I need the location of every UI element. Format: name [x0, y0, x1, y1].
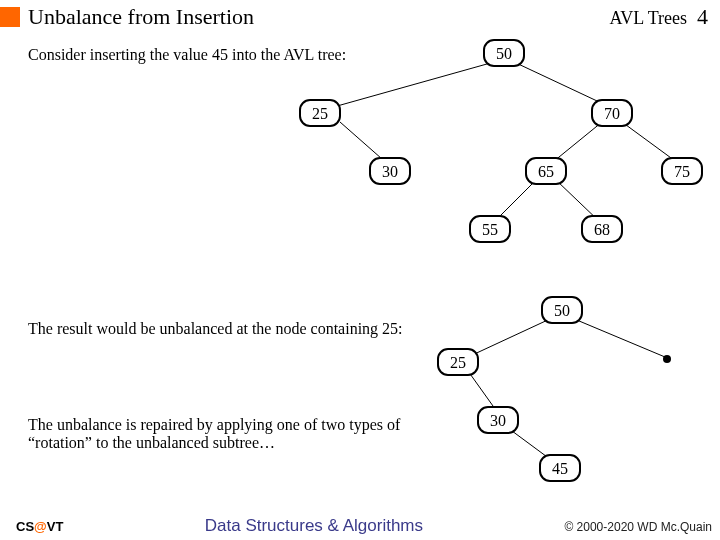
node-65: 65 — [538, 163, 554, 180]
footer-vt: VT — [47, 519, 64, 534]
node2-45: 45 — [552, 460, 568, 477]
node-30: 30 — [382, 163, 398, 180]
svg-line-15 — [468, 318, 552, 357]
slide-title: Unbalance from Insertion — [28, 4, 609, 30]
footer-copyright: © 2000-2020 WD Mc.Quain — [564, 520, 712, 534]
node2-30: 30 — [490, 412, 506, 429]
node-55: 55 — [482, 221, 498, 238]
topic-label: AVL Trees — [609, 8, 687, 29]
avl-tree-before: 50 25 70 30 65 75 55 68 — [230, 30, 720, 290]
slide-footer: CS@VT Data Structures & Algorithms © 200… — [0, 516, 720, 536]
node2-50: 50 — [554, 302, 570, 319]
node-75: 75 — [674, 163, 690, 180]
page-number: 4 — [697, 4, 708, 30]
svg-line-16 — [572, 318, 665, 357]
node-70: 70 — [604, 105, 620, 122]
footer-left: CS@VT — [16, 519, 63, 534]
footer-center: Data Structures & Algorithms — [63, 516, 564, 536]
svg-line-0 — [330, 62, 494, 108]
node-25: 25 — [312, 105, 328, 122]
node-68: 68 — [594, 221, 610, 238]
node-50: 50 — [496, 45, 512, 62]
footer-cs: CS — [16, 519, 34, 534]
avl-tree-after: 50 25 30 45 — [340, 295, 720, 485]
at-icon: @ — [34, 519, 47, 534]
header-meta: AVL Trees 4 — [609, 4, 712, 30]
accent-box — [0, 7, 20, 27]
placeholder-dot-icon — [663, 355, 671, 363]
node2-25: 25 — [450, 354, 466, 371]
